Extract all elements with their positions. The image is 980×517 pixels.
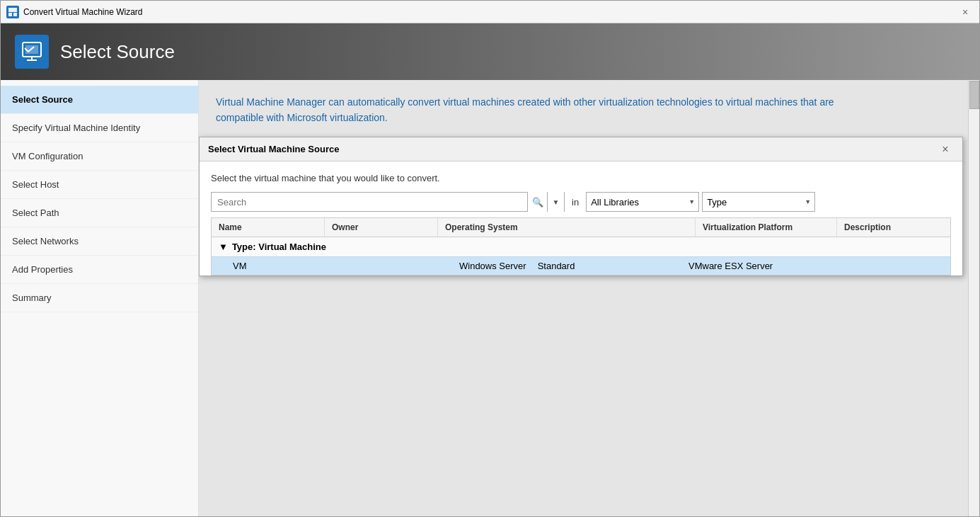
libraries-dropdown[interactable]: All Libraries Library 1 Library 2 bbox=[586, 192, 699, 212]
scrollbar-thumb[interactable] bbox=[969, 81, 979, 109]
main-area: Select Source Specify Virtual Machine Id… bbox=[1, 80, 979, 516]
group-label: Type: Virtual Machine bbox=[232, 242, 326, 252]
search-dropdown-button[interactable]: ▼ bbox=[547, 192, 564, 212]
main-window: Convert Virtual Machine Wizard × Select … bbox=[0, 0, 980, 517]
col-virt-platform: Virtualization Platform bbox=[696, 218, 837, 237]
search-box-container: 🔍 ▼ bbox=[211, 192, 565, 212]
modal-toolbar: 🔍 ▼ in All Libraries Library 1 bbox=[211, 192, 951, 212]
group-row-vm[interactable]: ▼ Type: Virtual Machine bbox=[212, 237, 950, 256]
svg-rect-6 bbox=[27, 59, 37, 61]
cell-os-name: Windows Server bbox=[459, 261, 526, 271]
sidebar: Select Source Specify Virtual Machine Id… bbox=[1, 80, 199, 516]
sidebar-item-add-properties[interactable]: Add Properties bbox=[1, 256, 198, 284]
modal-close-button[interactable]: × bbox=[937, 141, 954, 158]
app-icon bbox=[6, 6, 19, 18]
group-chevron-icon: ▼ bbox=[219, 242, 228, 252]
sidebar-item-select-networks[interactable]: Select Networks bbox=[1, 227, 198, 256]
modal-title-bar: Select Virtual Machine Source × bbox=[200, 137, 962, 161]
svg-rect-4 bbox=[25, 45, 38, 54]
vm-table: Name Owner Operating System Virtualizati… bbox=[211, 217, 951, 275]
title-bar: Convert Virtual Machine Wizard × bbox=[1, 1, 979, 23]
search-button[interactable]: 🔍 bbox=[527, 192, 547, 212]
sidebar-item-vm-configuration[interactable]: VM Configuration bbox=[1, 142, 198, 171]
sidebar-item-summary[interactable]: Summary bbox=[1, 284, 198, 312]
table-row[interactable]: VM Windows Server Standard VMware ESX Se… bbox=[212, 256, 950, 275]
svg-rect-2 bbox=[13, 13, 17, 16]
modal-body: Select the virtual machine that you woul… bbox=[200, 161, 962, 275]
type-dropdown-wrapper: Type Virtual Machine Template bbox=[702, 192, 815, 212]
col-description: Description bbox=[837, 218, 950, 237]
table-body: ▼ Type: Virtual Machine VM Windows Serve… bbox=[212, 237, 950, 275]
modal-select-vm-source: Select Virtual Machine Source × Select t… bbox=[199, 137, 963, 276]
modal-title: Select Virtual Machine Source bbox=[208, 144, 937, 154]
sidebar-item-select-path[interactable]: Select Path bbox=[1, 199, 198, 227]
type-dropdown[interactable]: Type Virtual Machine Template bbox=[702, 192, 815, 212]
sidebar-item-specify-vm-identity[interactable]: Specify Virtual Machine Identity bbox=[1, 114, 198, 142]
chevron-down-icon: ▼ bbox=[553, 198, 560, 206]
cell-os-edition: Standard bbox=[538, 261, 575, 271]
cell-virt-platform: VMware ESX Server bbox=[688, 261, 830, 271]
libraries-dropdown-wrapper: All Libraries Library 1 Library 2 bbox=[586, 192, 699, 212]
page-title: Select Source bbox=[60, 41, 175, 63]
in-label: in bbox=[567, 197, 583, 208]
sidebar-item-select-source[interactable]: Select Source bbox=[1, 86, 198, 114]
col-os: Operating System bbox=[438, 218, 696, 237]
header-banner: Select Source bbox=[1, 23, 979, 80]
col-name: Name bbox=[212, 218, 325, 237]
svg-rect-1 bbox=[8, 13, 12, 16]
sidebar-item-select-host[interactable]: Select Host bbox=[1, 171, 198, 199]
window-title: Convert Virtual Machine Wizard bbox=[23, 7, 957, 17]
search-input[interactable] bbox=[212, 193, 527, 211]
header-icon bbox=[15, 35, 49, 69]
modal-description: Select the virtual machine that you woul… bbox=[211, 173, 951, 183]
col-owner: Owner bbox=[325, 218, 438, 237]
modal-overlay: Select Virtual Machine Source × Select t… bbox=[199, 80, 979, 516]
window-close-button[interactable]: × bbox=[957, 4, 974, 21]
content-area: Virtual Machine Manager can automaticall… bbox=[199, 80, 979, 516]
svg-rect-0 bbox=[8, 8, 17, 12]
table-header: Name Owner Operating System Virtualizati… bbox=[212, 218, 950, 237]
cell-os: Windows Server Standard bbox=[459, 261, 688, 271]
search-icon: 🔍 bbox=[532, 197, 543, 208]
scrollbar-track bbox=[968, 80, 979, 516]
cell-name: VM bbox=[233, 261, 346, 271]
